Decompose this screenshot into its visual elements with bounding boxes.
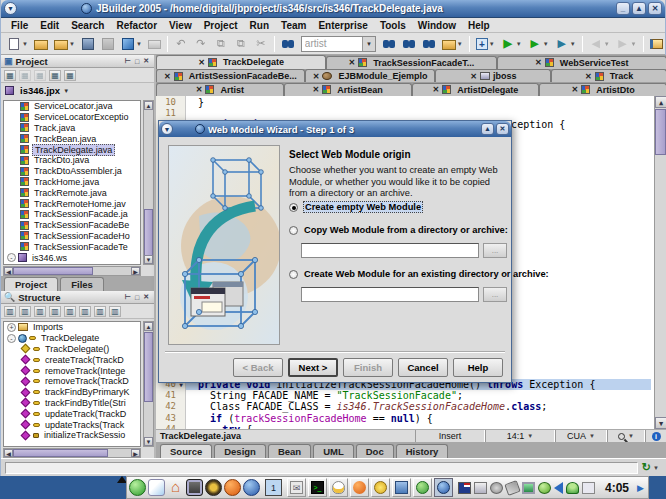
close-icon[interactable]: ✕ [349, 58, 356, 67]
doc-comments-icon[interactable]: ▥ [94, 306, 106, 317]
editor-vscrollbar[interactable]: ▲ ▼ [654, 96, 666, 429]
save-as-button[interactable] [79, 37, 97, 51]
run-button[interactable]: ▶▼ [499, 36, 524, 51]
structure-tree-item[interactable]: trackFindByPrimaryK [4, 387, 140, 398]
refresh-icon[interactable]: ▦ [49, 70, 61, 81]
paste-button[interactable]: ⧉ [232, 36, 250, 51]
project-tree-item[interactable]: TrackSessionFacadeBe [4, 220, 140, 231]
search-input[interactable] [302, 38, 362, 49]
collapse-minus-icon[interactable]: - [7, 334, 16, 343]
maximize-button[interactable]: ▲ [632, 2, 646, 15]
scroll-up-icon[interactable]: ▲ [655, 96, 666, 108]
tab-files[interactable]: Files [60, 277, 104, 291]
suse-menu-icon[interactable] [129, 479, 146, 496]
konqueror-icon[interactable] [243, 479, 260, 496]
chevron-down-icon[interactable]: ▼ [362, 37, 375, 51]
download-task[interactable] [371, 478, 390, 497]
tab-track[interactable]: ✕Track [551, 69, 666, 82]
tab-tracksessionfacadet-[interactable]: ✕TrackSessionFacadeT... [326, 56, 496, 69]
structure-tree-item[interactable]: removeTrack(Intege [4, 365, 140, 376]
path-input[interactable] [301, 287, 479, 302]
tab-project[interactable]: Project [4, 277, 58, 291]
fields-icon[interactable]: ▥ [34, 306, 46, 317]
make-button[interactable]: +▼ [474, 37, 497, 51]
power-plug-icon[interactable] [504, 480, 520, 496]
filter-icon[interactable]: ▥ [64, 306, 76, 317]
profile-button[interactable]: ▶▼ [553, 36, 578, 51]
next-button[interactable]: Next > [288, 358, 338, 377]
suse-watcher-icon[interactable] [538, 482, 551, 494]
tab-jboss[interactable]: ✕jboss [435, 69, 551, 82]
panel-float-icon[interactable]: □ [133, 294, 141, 301]
remove-files-icon[interactable]: ▦ [34, 70, 46, 81]
menu-team[interactable]: Team [275, 20, 312, 31]
radio-icon[interactable] [289, 226, 298, 235]
code-line[interactable]: 11 [156, 108, 651, 119]
messenger-icon[interactable] [566, 482, 579, 494]
window-menu-button[interactable]: ▼ [4, 2, 17, 15]
expand-plus-icon[interactable]: + [7, 323, 16, 332]
project-tree-item[interactable]: -is346.ws [4, 252, 140, 263]
menu-run[interactable]: Run [244, 20, 275, 31]
scroll-down-icon[interactable]: ▼ [144, 255, 153, 264]
project-tree-item[interactable]: TrackDto.java [4, 155, 140, 166]
project-tree-item[interactable]: TrackSessionFacadeHo [4, 231, 140, 242]
wallet-icon[interactable] [490, 482, 503, 494]
tab-webservicetest[interactable]: ✕WebServiceTest [497, 56, 666, 69]
tab-history[interactable]: History [396, 444, 449, 458]
window-titlebar[interactable]: ▼ JBuilder 2005 - /home/digital/jbprojec… [1, 0, 665, 18]
dialog-menu-button[interactable]: ▼ [161, 123, 173, 135]
help-button[interactable]: Help [453, 358, 503, 377]
scroll-down-icon[interactable]: ▼ [655, 417, 666, 429]
sort-alpha-icon[interactable]: ▥ [49, 306, 61, 317]
firefox-icon[interactable] [224, 479, 241, 496]
structure-tree-item[interactable]: -TrackDelegate [4, 333, 140, 344]
files-task[interactable] [392, 478, 411, 497]
project-tree-item[interactable]: TrackSessionFacade.ja [4, 209, 140, 220]
structure-tree-item[interactable]: +Imports [4, 322, 140, 333]
browse-classes-button[interactable]: ▼ [440, 37, 465, 51]
status-search-tool[interactable]: ▼ [607, 430, 645, 442]
jbuilder-active-task[interactable] [434, 478, 453, 497]
collapse-minus-icon[interactable]: - [7, 253, 16, 262]
status-caret-position[interactable]: 14:1▼ [485, 430, 555, 442]
radio-option-3[interactable]: Create Web Module for an existing direct… [289, 269, 507, 279]
display-settings-icon[interactable] [186, 479, 203, 496]
menu-enterprise[interactable]: Enterprise [312, 20, 373, 31]
active-project-selector[interactable]: is346.jpx ▼ [1, 83, 154, 98]
dialog-titlebar[interactable]: ▼ Web Module Wizard - Step 1 of 3 ▲ ✕ [159, 121, 511, 137]
terminal-task[interactable]: >_ [308, 478, 327, 497]
desktop-icon[interactable] [148, 479, 165, 496]
close-button[interactable]: ✕ [648, 2, 662, 15]
cut-button[interactable]: ✂ [252, 36, 270, 51]
code-line[interactable]: 10 } [156, 97, 651, 108]
project-tree-item[interactable]: TrackRemoteHome.jav [4, 198, 140, 209]
reopen-button[interactable]: ▼ [52, 37, 77, 51]
dialog-maximize-button[interactable]: ▲ [481, 123, 494, 135]
undo-button[interactable]: ↶ [172, 36, 190, 51]
structure-tree-item[interactable]: createTrack(TrackD [4, 354, 140, 365]
debug-button[interactable]: ▶▼ [526, 36, 551, 51]
collapse-minus-icon[interactable]: - [7, 264, 16, 265]
menu-refactor[interactable]: Refactor [110, 20, 163, 31]
new-file-button[interactable]: ▼ [5, 37, 30, 51]
tab-ejbmodule-ejemplo[interactable]: ✕EJBModule_Ejemplo [305, 69, 436, 82]
menu-edit[interactable]: Edit [34, 20, 65, 31]
tab-design[interactable]: Design [214, 444, 266, 458]
gc-collect-icon[interactable]: ↻ [642, 461, 651, 474]
close-icon[interactable]: ✕ [535, 58, 542, 67]
window-list-icon[interactable] [474, 482, 487, 494]
dialog-close-button[interactable]: ✕ [496, 123, 509, 135]
menu-view[interactable]: View [163, 20, 198, 31]
find-next-button[interactable] [380, 36, 398, 51]
mail-task[interactable]: ✉ [287, 478, 306, 497]
scroll-right-icon[interactable]: ▶ [131, 449, 140, 457]
close-icon[interactable]: ✕ [196, 85, 203, 94]
print-button[interactable] [146, 37, 163, 50]
find-button[interactable] [279, 36, 297, 51]
find-in-path-button[interactable] [420, 36, 438, 51]
panel-dock-icon[interactable]: ⊢ [123, 293, 133, 301]
menu-file[interactable]: File [5, 20, 34, 31]
tab-source[interactable]: Source [160, 444, 212, 458]
home-icon[interactable]: ⌂ [167, 479, 184, 496]
